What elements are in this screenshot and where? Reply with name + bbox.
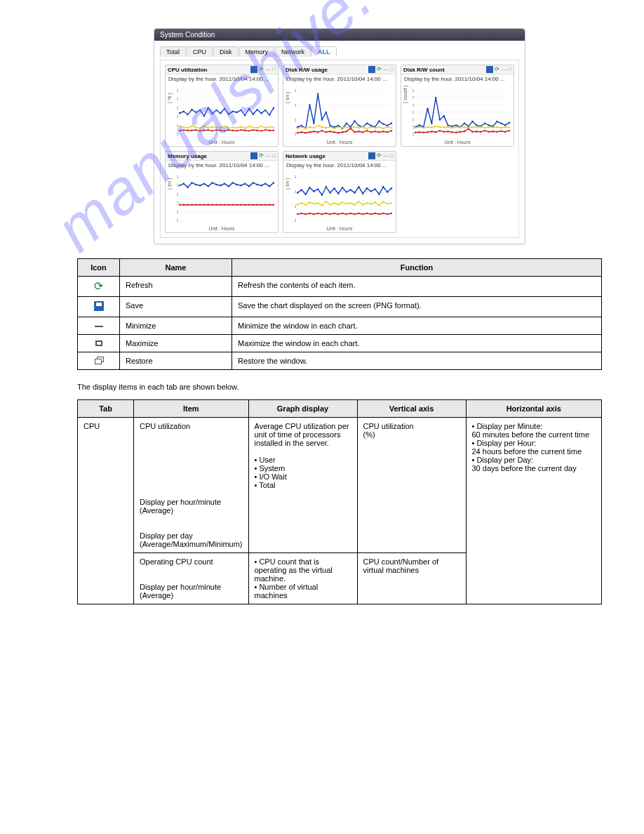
minimize-icon[interactable]: —: [383, 152, 389, 159]
tab-disk[interactable]: Disk: [213, 46, 239, 57]
save-icon[interactable]: [250, 152, 257, 159]
tab-all[interactable]: ALL: [311, 46, 337, 57]
svg-point-47: [224, 126, 225, 127]
svg-point-191: [468, 126, 469, 127]
svg-point-382: [362, 213, 363, 215]
svg-point-132: [362, 126, 363, 128]
svg-point-237: [459, 131, 461, 133]
svg-point-322: [313, 190, 314, 192]
tab-cpu[interactable]: CPU: [187, 46, 213, 57]
minimize-icon[interactable]: —: [383, 66, 389, 73]
svg-point-283: [264, 183, 266, 184]
icon-table: Icon Name Function ⟳ Refresh Refresh the…: [77, 258, 602, 370]
chart-caption: Display by the hour. 2011/10/04 14:00 ..…: [401, 74, 514, 84]
chart-svg: 0204060: [295, 85, 394, 140]
minimize-icon[interactable]: —: [265, 152, 271, 159]
svg-point-196: [488, 124, 490, 126]
maximize-icon[interactable]: □: [272, 66, 276, 73]
svg-point-321: [309, 187, 310, 188]
svg-point-163: [391, 130, 392, 131]
svg-point-293: [208, 204, 209, 206]
svg-point-200: [504, 124, 506, 126]
svg-point-60: [179, 130, 180, 131]
minimize-icon[interactable]: —: [265, 66, 271, 73]
svg-point-212: [455, 126, 457, 128]
chart-card: Disk R/W count ⟳ — □ Display by the hour…: [401, 65, 514, 147]
svg-point-135: [374, 127, 375, 128]
svg-point-149: [333, 131, 335, 133]
svg-point-39: [191, 126, 192, 127]
svg-point-338: [378, 193, 380, 194]
refresh-icon[interactable]: ⟳: [495, 66, 499, 73]
svg-point-370: [313, 213, 314, 215]
save-icon[interactable]: [250, 66, 257, 73]
save-icon: [94, 301, 104, 311]
svg-point-369: [309, 213, 310, 214]
svg-point-335: [366, 187, 368, 189]
svg-point-263: [183, 183, 185, 184]
refresh-icon[interactable]: ⟳: [259, 152, 264, 159]
tab-memory[interactable]: Memory: [239, 46, 275, 57]
svg-point-64: [195, 129, 196, 131]
t2-item-0: CPU utilization Display per hour/minute …: [134, 418, 249, 553]
minimize-icon[interactable]: —: [501, 66, 507, 73]
svg-point-17: [199, 110, 201, 111]
maximize-icon[interactable]: □: [390, 152, 394, 159]
svg-point-361: [374, 201, 375, 203]
chart-title: CPU utilization: [168, 67, 207, 73]
svg-point-366: [297, 213, 298, 215]
tab-total[interactable]: Total: [160, 46, 186, 57]
svg-point-323: [317, 188, 318, 190]
svg-point-201: [509, 121, 510, 123]
maximize-icon[interactable]: □: [508, 66, 511, 73]
svg-point-277: [240, 185, 241, 186]
svg-point-299: [232, 204, 234, 206]
save-icon[interactable]: [368, 152, 375, 159]
svg-point-204: [423, 127, 424, 128]
tab-network[interactable]: Network: [275, 46, 311, 57]
svg-point-34: [269, 114, 270, 116]
svg-point-26: [236, 112, 237, 113]
maximize-icon[interactable]: □: [390, 66, 394, 73]
svg-point-74: [236, 130, 237, 131]
chart-svg: 020406080100: [177, 85, 276, 140]
refresh-icon[interactable]: ⟳: [377, 66, 382, 73]
svg-point-229: [427, 131, 428, 133]
tabs-row: Total CPU Disk Memory Network ALL: [160, 46, 519, 57]
svg-point-269: [208, 185, 209, 187]
svg-point-241: [476, 131, 477, 132]
svg-point-350: [329, 204, 330, 205]
svg-point-14: [187, 114, 189, 115]
svg-point-217: [476, 126, 477, 128]
svg-point-82: [269, 130, 270, 131]
svg-point-326: [329, 192, 330, 193]
svg-point-359: [366, 202, 368, 204]
refresh-icon[interactable]: ⟳: [259, 66, 264, 73]
t1-func-1: Save the chart displayed on the screen (…: [232, 297, 602, 317]
svg-point-289: [191, 204, 192, 206]
svg-point-193: [476, 124, 477, 126]
t1-name-0: Refresh: [120, 277, 232, 297]
svg-point-130: [354, 126, 355, 128]
refresh-icon[interactable]: ⟳: [377, 152, 382, 159]
svg-text:60: 60: [177, 106, 178, 110]
svg-text:10000: 10000: [412, 95, 414, 100]
svg-point-203: [419, 126, 420, 128]
svg-point-236: [455, 132, 457, 133]
svg-text:4000: 4000: [412, 118, 414, 122]
svg-point-380: [354, 213, 355, 215]
svg-point-181: [427, 108, 428, 110]
svg-point-245: [492, 131, 493, 132]
save-icon[interactable]: [368, 66, 375, 73]
svg-point-287: [183, 204, 185, 206]
svg-point-63: [191, 130, 192, 131]
svg-point-93: [301, 125, 302, 126]
t2-vaxis-1: CPU count/Number of virtual machines: [357, 553, 466, 604]
svg-point-222: [496, 126, 497, 128]
svg-point-368: [305, 213, 307, 215]
save-icon[interactable]: [486, 66, 493, 73]
svg-point-110: [370, 125, 372, 126]
svg-point-309: [273, 204, 274, 206]
svg-point-123: [326, 127, 327, 128]
maximize-icon[interactable]: □: [272, 152, 276, 159]
